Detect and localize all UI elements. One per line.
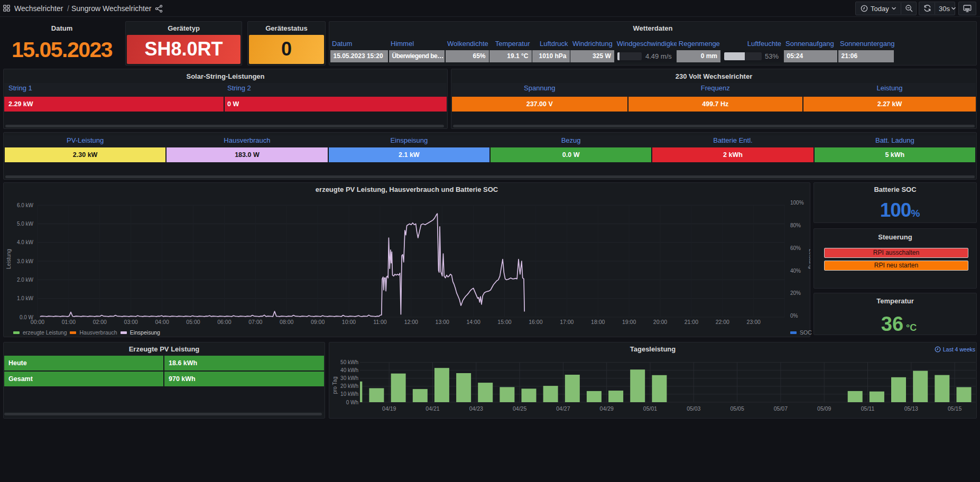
svg-text:17:00: 17:00: [560, 319, 574, 325]
svg-text:2.0 kW: 2.0 kW: [17, 277, 34, 283]
svg-text:50 kWh: 50 kWh: [340, 359, 358, 365]
svg-text:20 kWh: 20 kWh: [340, 383, 358, 389]
svg-text:04:00: 04:00: [155, 319, 169, 325]
svg-text:12:00: 12:00: [404, 319, 418, 325]
svg-text:4.0 kW: 4.0 kW: [17, 239, 34, 245]
svg-text:04/29: 04/29: [600, 405, 614, 412]
svg-text:6.0 kW: 6.0 kW: [17, 202, 34, 208]
svg-text:20%: 20%: [790, 290, 801, 296]
svg-text:05/05: 05/05: [730, 405, 744, 412]
svg-text:05/07: 05/07: [774, 405, 788, 412]
svg-text:04/27: 04/27: [556, 405, 570, 412]
svg-text:10 kWh: 10 kWh: [340, 391, 358, 397]
svg-text:05:00: 05:00: [186, 319, 200, 325]
svg-text:30 kWh: 30 kWh: [340, 375, 358, 381]
svg-text:03:00: 03:00: [124, 319, 138, 325]
svg-text:15:00: 15:00: [497, 319, 511, 325]
svg-text:05/09: 05/09: [817, 405, 831, 412]
svg-text:40%: 40%: [790, 268, 801, 274]
svg-text:05/01: 05/01: [643, 405, 657, 412]
svg-text:0%: 0%: [790, 313, 798, 319]
svg-text:18:00: 18:00: [591, 319, 605, 325]
svg-text:16:00: 16:00: [529, 319, 542, 325]
svg-text:0 Wh: 0 Wh: [346, 400, 358, 405]
svg-text:05/11: 05/11: [861, 405, 875, 412]
svg-text:06:00: 06:00: [217, 319, 231, 325]
svg-text:10:00: 10:00: [342, 319, 356, 325]
svg-text:3.0 kW: 3.0 kW: [17, 258, 34, 264]
svg-text:40 kWh: 40 kWh: [340, 367, 358, 373]
svg-text:05/15: 05/15: [948, 405, 961, 412]
svg-text:1.0 kW: 1.0 kW: [17, 295, 34, 301]
svg-text:19:00: 19:00: [622, 319, 636, 325]
svg-text:22:00: 22:00: [716, 319, 729, 325]
svg-text:01:00: 01:00: [62, 319, 76, 325]
svg-text:02:00: 02:00: [93, 319, 107, 325]
svg-text:08:00: 08:00: [280, 319, 293, 325]
svg-text:21:00: 21:00: [685, 319, 698, 325]
svg-text:00:00: 00:00: [31, 319, 44, 325]
svg-text:05/03: 05/03: [687, 405, 700, 412]
svg-text:60%: 60%: [790, 245, 801, 251]
svg-text:pro Tag: pro Tag: [332, 376, 338, 394]
svg-text:04/21: 04/21: [426, 405, 439, 412]
svg-text:04/25: 04/25: [513, 405, 526, 412]
svg-text:07:00: 07:00: [248, 319, 262, 325]
svg-text:Leistung: Leistung: [6, 249, 12, 269]
svg-text:11:00: 11:00: [373, 319, 387, 325]
svg-text:20:00: 20:00: [653, 319, 667, 325]
svg-text:23:00: 23:00: [747, 319, 761, 325]
svg-text:100%: 100%: [790, 200, 804, 206]
svg-text:13:00: 13:00: [436, 319, 449, 325]
svg-text:04/19: 04/19: [382, 405, 396, 412]
svg-text:05/13: 05/13: [904, 405, 918, 412]
svg-text:5.0 kW: 5.0 kW: [17, 221, 34, 227]
svg-text:Leistung: Leistung: [808, 249, 810, 269]
svg-text:80%: 80%: [790, 223, 801, 228]
svg-text:04/23: 04/23: [469, 405, 483, 412]
svg-text:14:00: 14:00: [466, 319, 480, 325]
svg-text:09:00: 09:00: [311, 319, 325, 325]
